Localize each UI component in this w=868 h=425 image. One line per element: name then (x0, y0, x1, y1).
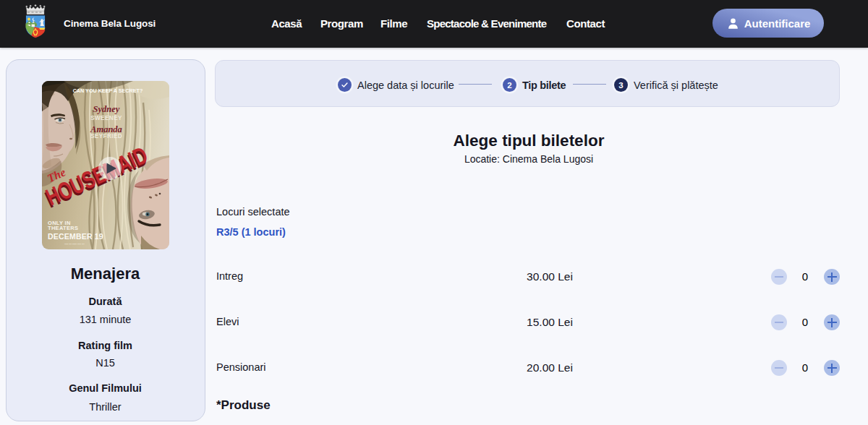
svg-text:THEATERS: THEATERS (48, 225, 78, 231)
svg-text:CAN YOU KEEP A SECRET?: CAN YOU KEEP A SECRET? (73, 87, 143, 94)
svg-text:SEYFRIED: SEYFRIED (90, 133, 122, 139)
svg-text:SWEENEY: SWEENEY (90, 115, 122, 121)
svg-text:DECEMBER 19: DECEMBER 19 (48, 232, 103, 241)
svg-text:Sydney: Sydney (93, 104, 120, 114)
svg-text:▪▪▪▪ ▪▪▪ ▪▪▪▪▪ ▪▪▪▪ ▪▪▪: ▪▪▪▪ ▪▪▪ ▪▪▪▪▪ ▪▪▪▪ ▪▪▪ (64, 243, 84, 246)
